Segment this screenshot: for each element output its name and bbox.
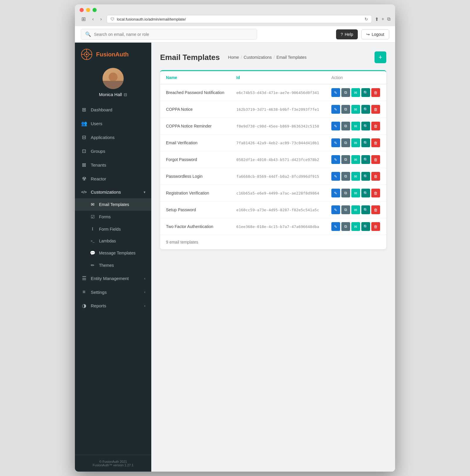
sidebar-item-tenants[interactable]: ⊠ Tenants — [75, 158, 151, 172]
breadcrumb-home[interactable]: Home — [228, 55, 239, 60]
edit-button[interactable]: ✎ — [331, 138, 340, 147]
send-button[interactable]: ✉ — [351, 88, 360, 97]
sidebar-item-customizations[interactable]: </> Customizations ▾ — [75, 186, 151, 198]
cell-actions: ✎ ⧉ ✉ 🔍 🗑 — [325, 202, 386, 218]
view-button[interactable]: 🔍 — [361, 205, 370, 214]
search-icon: 🔍 — [85, 31, 91, 37]
cell-name: Email Verification — [160, 135, 231, 151]
send-button[interactable]: ✉ — [351, 105, 360, 114]
edit-button[interactable]: ✎ — [331, 189, 340, 197]
maximize-button[interactable] — [93, 8, 97, 12]
edit-button[interactable]: ✎ — [331, 222, 340, 231]
entity-chevron-icon: ‹ — [144, 276, 145, 281]
delete-button[interactable]: 🗑 — [371, 138, 380, 147]
settings-icon: ≡ — [81, 289, 87, 295]
copy-button[interactable]: ⧉ — [341, 122, 350, 130]
delete-button[interactable]: 🗑 — [371, 155, 380, 164]
view-button[interactable]: 🔍 — [361, 138, 370, 147]
sidebar-item-reactor[interactable]: ☢ Reactor — [75, 172, 151, 186]
sidebar: FusionAuth Monica Hall ⊟ ⊞ Dashboard — [75, 43, 151, 472]
sidebar-item-settings[interactable]: ≡ Settings ‹ — [75, 285, 151, 299]
copy-button[interactable]: ⧉ — [341, 88, 350, 97]
sidebar-item-groups[interactable]: ⊡ Groups — [75, 144, 151, 158]
delete-button[interactable]: 🗑 — [371, 172, 380, 181]
logout-button[interactable]: ↪ Logout — [361, 29, 389, 39]
view-button[interactable]: 🔍 — [361, 222, 370, 231]
users-icon: 👥 — [81, 120, 87, 127]
edit-button[interactable]: ✎ — [331, 205, 340, 214]
tabs-button[interactable]: ⧉ — [387, 16, 390, 22]
sidebar-item-lambdas[interactable]: >_ Lambdas — [75, 235, 151, 247]
refresh-icon[interactable]: ↻ — [365, 17, 368, 21]
copy-button[interactable]: ⧉ — [341, 189, 350, 197]
copy-button[interactable]: ⧉ — [341, 138, 350, 147]
back-button[interactable]: ‹ — [90, 16, 95, 22]
cell-id: e160cc59-a73e-4d95-8287-f82e5c541a5c — [231, 202, 325, 218]
edit-button[interactable]: ✎ — [331, 105, 340, 114]
view-button[interactable]: 🔍 — [361, 155, 370, 164]
col-header-id[interactable]: Id — [231, 71, 325, 84]
send-button[interactable]: ✉ — [351, 189, 360, 197]
view-button[interactable]: 🔍 — [361, 172, 370, 181]
sidebar-item-message-templates[interactable]: 💬 Message Templates — [75, 247, 151, 259]
send-button[interactable]: ✉ — [351, 122, 360, 130]
tenants-icon: ⊠ — [81, 162, 87, 168]
shield-icon: 🛡 — [110, 17, 115, 21]
groups-icon: ⊡ — [81, 148, 87, 154]
help-button[interactable]: ? Help — [336, 29, 358, 39]
col-header-name[interactable]: Name — [160, 71, 231, 84]
delete-button[interactable]: 🗑 — [371, 222, 380, 231]
dashboard-icon: ⊞ — [81, 107, 87, 113]
copy-button[interactable]: ⧉ — [341, 205, 350, 214]
sidebar-item-email-templates[interactable]: ✉ Email Templates — [75, 198, 151, 211]
send-button[interactable]: ✉ — [351, 155, 360, 164]
view-button[interactable]: 🔍 — [361, 105, 370, 114]
copy-button[interactable]: ⧉ — [341, 222, 350, 231]
sidebar-toggle[interactable]: ⊞ — [80, 15, 88, 23]
new-tab-button[interactable]: + — [382, 16, 384, 22]
sidebar-item-users[interactable]: 👥 Users — [75, 117, 151, 130]
copy-button[interactable]: ⧉ — [341, 172, 350, 181]
sidebar-item-themes[interactable]: ✏ Themes — [75, 259, 151, 271]
edit-button[interactable]: ✎ — [331, 122, 340, 130]
delete-button[interactable]: 🗑 — [371, 205, 380, 214]
view-button[interactable]: 🔍 — [361, 122, 370, 130]
sidebar-item-entity-management[interactable]: ☰ Entity Management ‹ — [75, 271, 151, 285]
send-button[interactable]: ✉ — [351, 205, 360, 214]
message-templates-icon: 💬 — [90, 250, 95, 256]
top-bar-actions: ? Help ↪ Logout — [336, 29, 389, 39]
delete-button[interactable]: 🗑 — [371, 189, 380, 197]
delete-button[interactable]: 🗑 — [371, 122, 380, 130]
sidebar-item-dashboard[interactable]: ⊞ Dashboard — [75, 103, 151, 117]
cell-id: 7fa81426-42a9-4eb2-ac09-73c044d410b1 — [231, 135, 325, 151]
copy-button[interactable]: ⧉ — [341, 105, 350, 114]
data-table: Name Id Action Breached Password Notific… — [160, 71, 386, 235]
breadcrumb-customizations[interactable]: Customizations — [244, 55, 272, 60]
email-templates-icon: ✉ — [90, 202, 95, 207]
add-button[interactable]: + — [375, 51, 386, 63]
sidebar-item-forms[interactable]: ☑ Forms — [75, 211, 151, 223]
minimize-button[interactable] — [86, 8, 90, 12]
view-button[interactable]: 🔍 — [361, 88, 370, 97]
sidebar-item-applications[interactable]: ⊟ Applications — [75, 130, 151, 144]
send-button[interactable]: ✉ — [351, 172, 360, 181]
cell-name: Breached Password Notification — [160, 84, 231, 101]
table-row: Forgot Password 0502df1e-4010-4b43-b571-… — [160, 151, 386, 168]
send-button[interactable]: ✉ — [351, 222, 360, 231]
edit-button[interactable]: ✎ — [331, 155, 340, 164]
edit-button[interactable]: ✎ — [331, 88, 340, 97]
delete-button[interactable]: 🗑 — [371, 88, 380, 97]
table-footer: 9 email templates — [160, 235, 386, 249]
send-button[interactable]: ✉ — [351, 138, 360, 147]
copy-button[interactable]: ⧉ — [341, 155, 350, 164]
edit-button[interactable]: ✎ — [331, 172, 340, 181]
close-button[interactable] — [80, 8, 84, 12]
delete-button[interactable]: 🗑 — [371, 105, 380, 114]
sidebar-item-reports[interactable]: ◑ Reports ‹ — [75, 299, 151, 313]
url-text: local.fusionauth.io/admin/email/template… — [117, 17, 362, 21]
sidebar-item-form-fields[interactable]: I Form Fields — [75, 223, 151, 235]
forward-button[interactable]: › — [98, 16, 103, 22]
share-button[interactable]: ⬆ — [375, 16, 379, 22]
view-button[interactable]: 🔍 — [361, 189, 370, 197]
search-input[interactable] — [94, 32, 253, 37]
